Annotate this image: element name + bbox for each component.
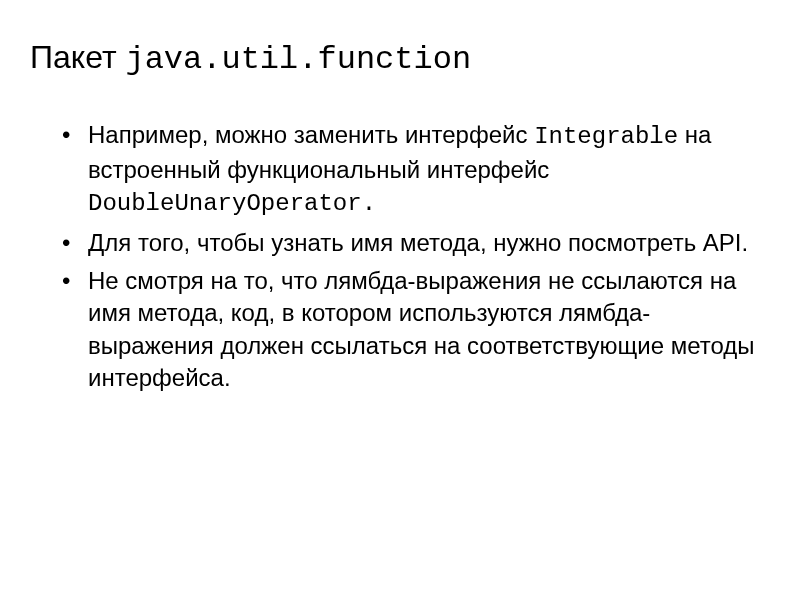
text-span: Не смотря на то, что лямбда-выражения не…: [88, 267, 755, 391]
slide: Пакет java.util.function Например, можно…: [0, 0, 800, 431]
slide-content: Например, можно заменить интерфейс Integ…: [30, 119, 770, 394]
text-span: Для того, чтобы узнать имя метода, нужно…: [88, 229, 748, 256]
slide-title: Пакет java.util.function: [30, 38, 770, 79]
text-span: Например, можно заменить интерфейс: [88, 121, 534, 148]
list-item: Например, можно заменить интерфейс Integ…: [58, 119, 770, 220]
list-item: Для того, чтобы узнать имя метода, нужно…: [58, 227, 770, 259]
code-span: Integrable: [534, 123, 678, 150]
title-code: java.util.function: [125, 41, 471, 78]
bullet-list: Например, можно заменить интерфейс Integ…: [58, 119, 770, 394]
title-prefix: Пакет: [30, 39, 125, 75]
code-span: DoubleUnaryOperator.: [88, 190, 376, 217]
list-item: Не смотря на то, что лямбда-выражения не…: [58, 265, 770, 395]
